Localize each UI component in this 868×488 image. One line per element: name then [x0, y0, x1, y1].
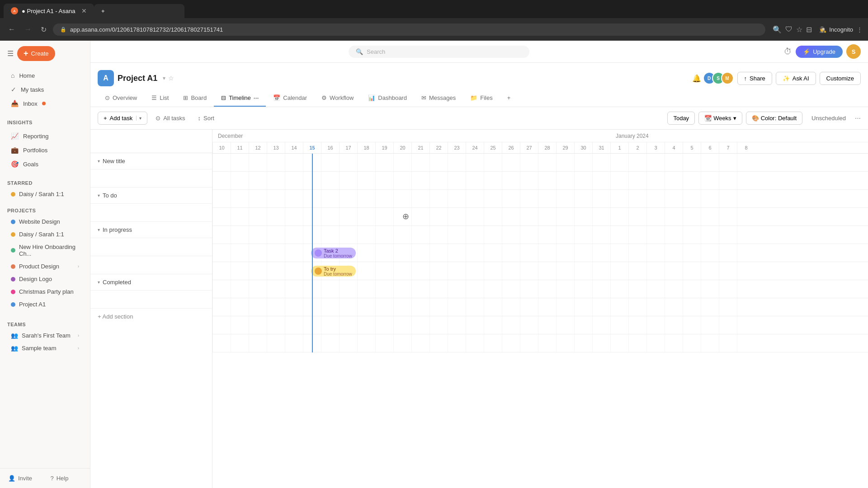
sidebar-item-mytasks[interactable]: ✓ My tasks	[4, 83, 86, 96]
project-item-design-logo[interactable]: Design Logo	[4, 273, 86, 285]
grid-cell	[466, 280, 484, 298]
project-item-project-a1[interactable]: Project A1	[4, 298, 86, 310]
search-nav-icon[interactable]: 🔍	[773, 25, 782, 34]
grid-cell	[628, 154, 646, 171]
address-bar[interactable]: 🔒 app.asana.com/0/1206178107812732/12061…	[53, 23, 765, 36]
incognito-button[interactable]: 🕵 Incognito	[819, 26, 853, 33]
messages-icon: ✉	[421, 94, 426, 101]
reload-button[interactable]: ↻	[38, 23, 49, 36]
star-project-icon[interactable]: ☆	[168, 75, 174, 82]
menu-dots-icon[interactable]: ⋮	[857, 26, 863, 33]
day-cell: 18	[357, 142, 375, 153]
color-button[interactable]: 🎨 Color: Default	[746, 112, 802, 125]
today-button[interactable]: Today	[667, 112, 695, 125]
hamburger-button[interactable]: ☰	[7, 49, 14, 58]
invite-label: Invite	[18, 475, 32, 482]
tab-calendar[interactable]: 📅 Calendar	[266, 90, 314, 107]
shield-icon: 🛡	[785, 25, 793, 33]
sidebar-item-reporting[interactable]: 📈 Reporting	[4, 129, 86, 143]
add-task-button[interactable]: + Add task ▾	[98, 112, 147, 125]
customize-button[interactable]: Customize	[820, 72, 861, 85]
sidebar-item-goals[interactable]: 🎯 Goals	[4, 157, 86, 171]
add-tab-button[interactable]: +	[500, 90, 518, 107]
grid-cell	[249, 244, 267, 262]
grid-cell	[375, 262, 393, 280]
team-item-sarahs-first[interactable]: 👥 Sarah's First Team ›	[4, 329, 86, 342]
grid-cell	[466, 316, 484, 334]
tab-dashboard[interactable]: 📊 Dashboard	[361, 90, 414, 107]
search-bar[interactable]: 🔍 Search	[349, 46, 529, 58]
grid-cell	[683, 280, 701, 298]
unscheduled-button[interactable]: Unscheduled	[806, 112, 851, 124]
star-icon[interactable]: ☆	[796, 25, 802, 34]
ask-ai-button[interactable]: ✨ Ask AI	[776, 72, 816, 85]
grid-cell	[212, 262, 231, 280]
split-view-icon[interactable]: ⊟	[806, 25, 812, 34]
tab-files[interactable]: 📁 Files	[463, 90, 500, 107]
sort-button[interactable]: ↕ Sort	[193, 112, 219, 124]
tab-board[interactable]: ⊞ Board	[176, 90, 214, 107]
clock-icon[interactable]: ⏱	[784, 47, 792, 56]
tab-messages[interactable]: ✉ Messages	[414, 90, 463, 107]
tab-label: Files	[480, 94, 492, 101]
weeks-button[interactable]: 📆 Weeks ▾	[698, 112, 742, 125]
add-section-button[interactable]: + Add section	[90, 309, 212, 324]
grid-cell	[339, 172, 357, 189]
help-button[interactable]: ? Help	[46, 472, 87, 484]
upgrade-button[interactable]: ⚡ Upgrade	[796, 46, 843, 58]
more-options-icon[interactable]: ⋯	[855, 115, 861, 122]
sidebar-item-inbox[interactable]: 📥 Inbox	[4, 97, 86, 110]
grid-cell	[393, 244, 411, 262]
back-button[interactable]: ←	[5, 23, 18, 35]
project-item-newhire[interactable]: New Hire Onboarding Ch...	[4, 241, 86, 260]
project-item-daisy-sarah[interactable]: Daisy / Sarah 1:1	[4, 228, 86, 240]
section-label: In progress	[103, 226, 132, 233]
tab-workflow[interactable]: ⚙ Workflow	[314, 90, 361, 107]
tab-overview[interactable]: ⊙ Overview	[98, 90, 144, 107]
section-row-todo[interactable]: ▾ To do	[90, 188, 212, 204]
bell-icon[interactable]: 🔔	[692, 74, 701, 83]
browser-tab[interactable]: A ● Project A1 - Asana ✕	[4, 4, 94, 18]
team-item-sample[interactable]: 👥 Sample team ›	[4, 342, 86, 354]
list-icon: ☰	[151, 94, 157, 101]
new-tab-button[interactable]: +	[94, 4, 184, 18]
grid-cell	[538, 334, 556, 352]
forward-button[interactable]: →	[22, 23, 34, 35]
grid-cell	[520, 334, 538, 352]
project-item-christmas[interactable]: Christmas Party plan	[4, 286, 86, 298]
section-row-completed[interactable]: ▾ Completed	[90, 274, 212, 291]
grid-cell	[683, 226, 701, 244]
tab-timeline[interactable]: ⊟ Timeline •••	[214, 90, 266, 107]
task-bar-task2[interactable]: Task 2Due tomorrow	[311, 248, 356, 258]
color-label: Color: Default	[761, 115, 797, 122]
tab-list[interactable]: ☰ List	[144, 90, 176, 107]
sidebar-item-home[interactable]: ⌂ Home	[4, 69, 86, 82]
split-dropdown[interactable]: ▾	[136, 116, 142, 121]
goals-label: Goals	[23, 161, 38, 168]
search-icon: 🔍	[356, 48, 363, 55]
project-item-product-design[interactable]: Product Design ›	[4, 260, 86, 272]
grid-cell	[719, 208, 737, 225]
project-item-website-design[interactable]: Website Design	[4, 216, 86, 228]
portfolios-label: Portfolios	[23, 147, 47, 154]
close-tab-button[interactable]: ✕	[81, 7, 87, 14]
section-row-inprogress[interactable]: ▾ In progress	[90, 222, 212, 238]
project-label: Product Design	[19, 263, 59, 270]
sidebar-item-portfolios[interactable]: 💼 Portfolios	[4, 143, 86, 157]
task-bar-totry[interactable]: To tryDue tomorrow	[311, 266, 356, 277]
all-tasks-button[interactable]: ⊙ All tasks	[151, 112, 189, 124]
sidebar-header: ☰ + Create	[0, 41, 90, 66]
tab-more-icon[interactable]: •••	[254, 95, 259, 101]
dropdown-icon[interactable]: ▾	[163, 75, 165, 81]
grid-cell	[556, 208, 574, 225]
grid-cell	[502, 280, 520, 298]
create-button[interactable]: + Create	[17, 46, 55, 61]
grid-row	[212, 226, 868, 244]
grid-cell	[321, 190, 339, 207]
share-button[interactable]: ↑ Share	[737, 72, 772, 85]
day-cell: 16	[321, 142, 339, 153]
section-row-new-title[interactable]: ▾ New title	[90, 153, 212, 169]
sidebar-item-starred-daisy[interactable]: Daisy / Sarah 1:1	[4, 188, 86, 200]
invite-button[interactable]: 👤 Invite	[4, 472, 44, 484]
user-avatar[interactable]: S	[846, 44, 861, 59]
